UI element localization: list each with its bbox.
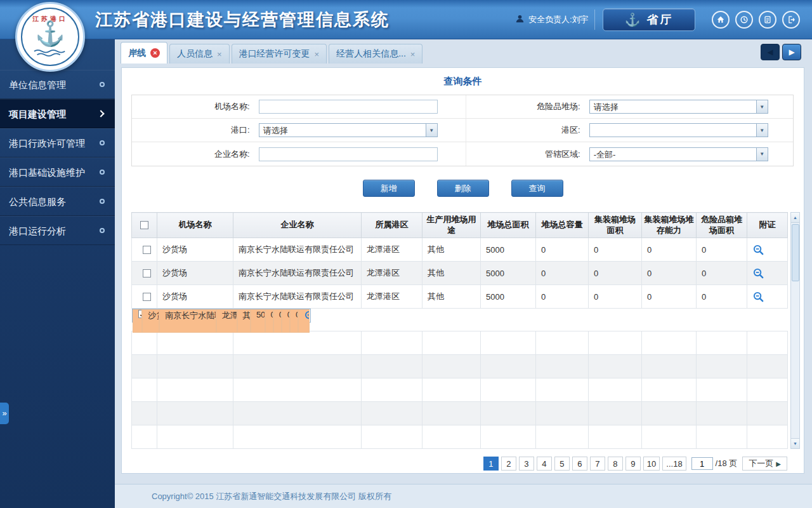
next-page-button[interactable]: 下一页 ▶ [742, 457, 787, 471]
tab-nav-arrows: ◀ ▶ [761, 44, 801, 60]
sidebar-item-label: 港口行政许可管理 [9, 138, 85, 149]
page-button-10[interactable]: 10 [643, 457, 660, 471]
row-checkbox[interactable] [143, 246, 151, 254]
notepad-icon[interactable] [759, 11, 776, 29]
province-hall-button[interactable]: ⚓ 省厅 [603, 8, 695, 31]
page-button-8[interactable]: 8 [608, 457, 623, 471]
airport-name-label: 机场名称: [132, 101, 254, 112]
tab-scroll-left-button[interactable]: ◀ [761, 44, 780, 60]
results-table: 机场名称 企业名称 所属港区 生产用堆场用途 堆场总面积 堆场总容量 集装箱堆场… [131, 212, 788, 449]
scrollbar-thumb[interactable] [792, 224, 799, 281]
page-input[interactable] [691, 457, 713, 470]
add-button[interactable]: 新增 [363, 180, 415, 197]
next-page-icon: ▶ [776, 460, 781, 467]
attachment-zoom-icon[interactable] [752, 244, 764, 256]
app-logo: 江苏港口 ⚓ [15, 2, 85, 72]
tab-close-icon[interactable]: × [410, 50, 416, 58]
table-row[interactable]: 沙货场 南京长宁水陆联运有限责任公司 龙潭港区 其他 5000 0 0 0 0 [132, 262, 788, 285]
tab-operator-info[interactable]: 经营人相关信息... × [329, 44, 422, 64]
tab-scroll-right-button[interactable]: ▶ [782, 44, 801, 60]
scroll-down-icon[interactable]: ▼ [791, 438, 799, 448]
sidebar-collapse-handle[interactable]: » [0, 403, 9, 424]
hazard-yard-select[interactable]: 请选择 [589, 100, 768, 114]
sidebar-item-public-info[interactable]: 公共信息服务 [0, 187, 115, 216]
cell: 龙潭港区 [362, 262, 422, 285]
delete-button[interactable]: 删除 [437, 180, 489, 197]
sidebar-item-label: 单位信息管理 [9, 79, 66, 90]
table-scrollbar[interactable]: ▲ ▼ [790, 212, 800, 449]
table-row-selected[interactable]: ✓ 沙货场 南京长宁水陆联运有限责任公司 龙潭港区 其他 5000 0 0 0 … [132, 309, 311, 323]
table-row[interactable]: 沙货场 南京长宁水陆联运有限责任公司 龙潭港区 其他 5000 0 0 0 0 [132, 285, 788, 309]
port-select[interactable]: 请选择 [259, 123, 438, 137]
airport-name-input[interactable] [259, 100, 438, 114]
region-select[interactable]: -全部- [589, 147, 768, 161]
tab-label: 岸线 [128, 48, 146, 59]
enterprise-name-input[interactable] [259, 147, 438, 161]
row-checkbox[interactable] [143, 293, 151, 301]
page-button-2[interactable]: 2 [501, 457, 516, 471]
cell: 0 [697, 262, 747, 285]
enterprise-name-label: 企业名称: [132, 149, 254, 160]
footer: Copyright© 2015 江苏省新通智能交通科技发展有限公司 版权所有 [115, 484, 812, 508]
col-airport-name: 机场名称 [157, 213, 233, 238]
home-icon[interactable] [712, 11, 730, 29]
cell: 5000 [481, 285, 536, 309]
clock-icon[interactable] [735, 11, 753, 29]
page-button-6[interactable]: 6 [572, 457, 587, 471]
sidebar-item-infrastructure[interactable]: 港口基础设施维护 [0, 157, 115, 187]
user-icon [515, 14, 525, 25]
page-button-1[interactable]: 1 [483, 457, 499, 471]
circle-indicator-icon [100, 228, 105, 233]
circle-indicator-icon [100, 140, 105, 145]
cell: 其他 [422, 262, 481, 285]
port-area-label: 港区: [466, 124, 584, 136]
attachment-zoom-icon[interactable] [752, 291, 764, 303]
cell: 沙货场 [142, 309, 159, 333]
cell: 0 [282, 309, 290, 333]
page-button-9[interactable]: 9 [625, 457, 641, 471]
row-checkbox[interactable] [143, 269, 151, 277]
sidebar-item-project-construction[interactable]: 项目建设管理 [0, 99, 115, 128]
page-button-7[interactable]: 7 [590, 457, 605, 471]
main-content: 岸线 × 人员信息 × 港口经营许可变更 × 经营人相关信息... × ◀ ▶ … [115, 39, 812, 484]
col-yard-usage: 生产用堆场用途 [422, 213, 481, 238]
sidebar-item-unit-info[interactable]: 单位信息管理 [0, 70, 115, 99]
scroll-up-icon[interactable]: ▲ [791, 213, 799, 223]
tab-personnel[interactable]: 人员信息 × [169, 44, 230, 64]
sidebar-item-admin-license[interactable]: 港口行政许可管理 [0, 128, 115, 157]
table-row[interactable]: 沙货场 南京长宁水陆联运有限责任公司 龙潭港区 其他 5000 0 0 0 0 [132, 238, 788, 262]
cell: 0 [589, 262, 642, 285]
dropdown-arrow-icon[interactable] [426, 124, 437, 137]
select-all-checkbox[interactable] [140, 221, 148, 229]
page-button-5[interactable]: 5 [554, 457, 570, 471]
page-button-more[interactable]: ...18 [662, 457, 686, 471]
cell: 5000 [481, 238, 536, 262]
toolbar: 新增 删除 查询 [122, 180, 804, 197]
cell: 沙货场 [157, 285, 233, 309]
tab-license-change[interactable]: 港口经营许可变更 × [232, 44, 327, 64]
row-checkbox-checked[interactable]: ✓ [138, 310, 143, 318]
cell: 其他 [237, 309, 251, 333]
tab-close-icon[interactable]: × [217, 50, 222, 58]
query-row: 机场名称: 危险品堆场: 请选择 [132, 95, 793, 119]
dropdown-arrow-icon[interactable] [756, 124, 768, 137]
scrollbar-track[interactable] [791, 223, 799, 438]
user-label: 安全负责人:刘宇 [528, 14, 589, 25]
page-button-3[interactable]: 3 [519, 457, 534, 471]
sidebar-item-label: 项目建设管理 [9, 109, 66, 119]
page-button-4[interactable]: 4 [537, 457, 552, 471]
sidebar-item-operation-analysis[interactable]: 港口运行分析 [0, 216, 115, 245]
dropdown-arrow-icon[interactable] [756, 148, 768, 161]
tab-label: 人员信息 [177, 48, 213, 60]
attachment-zoom-icon[interactable] [304, 310, 310, 322]
col-port-area: 所属港区 [362, 213, 422, 238]
tab-shoreline[interactable]: 岸线 × [121, 42, 167, 64]
dropdown-arrow-icon[interactable] [756, 100, 768, 113]
port-area-select[interactable] [589, 123, 768, 137]
attachment-zoom-icon[interactable] [752, 267, 764, 279]
tab-close-icon[interactable]: × [315, 50, 320, 58]
table-header-row: 机场名称 企业名称 所属港区 生产用堆场用途 堆场总面积 堆场总容量 集装箱堆场… [132, 213, 788, 238]
search-button[interactable]: 查询 [511, 180, 563, 197]
logout-icon[interactable] [782, 11, 800, 29]
tab-close-icon[interactable]: × [150, 48, 160, 58]
